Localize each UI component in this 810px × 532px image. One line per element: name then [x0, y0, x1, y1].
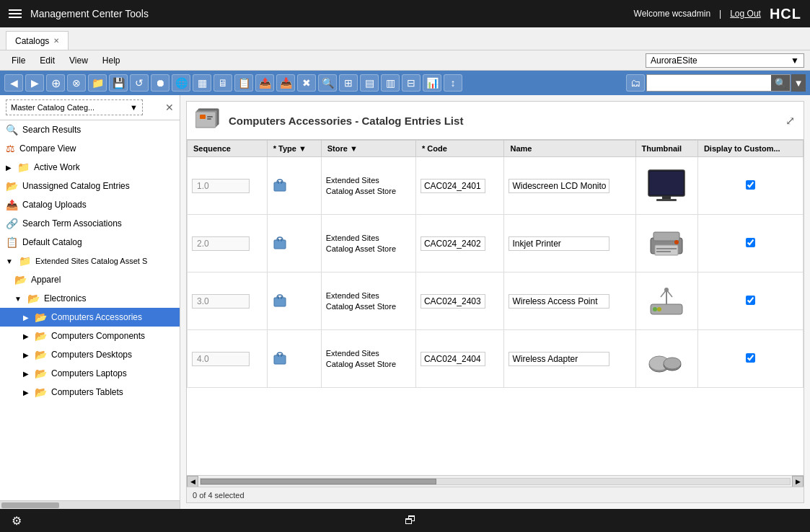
row2-store-cell: Extended SitesCatalog Asset Store — [321, 215, 415, 272]
menu-file[interactable]: File — [6, 53, 31, 68]
store-selector[interactable]: AuroraESite ▼ — [646, 53, 804, 68]
row3-sequence-input[interactable] — [192, 294, 250, 309]
menu-view[interactable]: View — [63, 53, 94, 68]
row1-sequence-input[interactable] — [192, 179, 250, 193]
sidebar-item-search-term[interactable]: 🔗 Search Term Associations — [0, 214, 180, 233]
row2-display-checkbox[interactable] — [746, 238, 755, 247]
sidebar-item-apparel[interactable]: 📂 Apparel — [0, 270, 180, 289]
toolbar-search-submit[interactable]: 🔍 — [771, 75, 790, 91]
svg-rect-22 — [274, 298, 286, 306]
tab-catalogs-label: Catalogs — [15, 36, 49, 46]
toolbar-layout-btn[interactable]: ⊞ — [339, 74, 358, 92]
toolbar-chart-btn[interactable]: 📊 — [423, 74, 441, 92]
scroll-right-btn[interactable]: ▶ — [792, 476, 804, 487]
sidebar-catalog-dropdown[interactable]: Master Catalog Categ... ▼ — [6, 99, 143, 115]
row4-name-input[interactable] — [509, 352, 609, 366]
toolbar-globe-btn[interactable]: 🌐 — [172, 74, 190, 92]
toolbar-search-dropdown[interactable]: ▼ — [791, 74, 806, 92]
toolbar-table-btn[interactable]: ▤ — [360, 74, 379, 92]
catalog-panel-title-area: Computers Accessories - Catalog Entries … — [195, 107, 463, 133]
row1-thumbnail-icon — [645, 169, 688, 203]
logout-link[interactable]: Log Out — [730, 9, 761, 19]
sidebar-label-electronics: Electronics — [44, 293, 87, 303]
row3-name-input[interactable] — [509, 294, 609, 309]
sidebar-item-computers-components[interactable]: ▶ 📂 Computers Components — [0, 327, 180, 345]
sidebar-item-computers-desktops[interactable]: ▶ 📂 Computers Desktops — [0, 345, 180, 364]
row3-display-checkbox[interactable] — [746, 296, 755, 305]
toolbar-back-btn[interactable]: ◀ — [4, 74, 23, 92]
col-type[interactable]: * Type ▼ — [267, 141, 321, 157]
toolbar-remove-btn[interactable]: ⊗ — [67, 74, 86, 92]
toolbar-catalog-icon-btn[interactable]: 🗂 — [626, 74, 645, 92]
sidebar-item-unassigned[interactable]: 📂 Unassigned Catalog Entries — [0, 177, 180, 195]
row4-thumbnail-icon — [645, 342, 688, 376]
row1-code-input[interactable] — [421, 179, 485, 193]
menu-bar: File Edit View Help AuroraESite ▼ — [0, 50, 810, 71]
hamburger-menu[interactable] — [9, 9, 22, 18]
tablets-folder-icon: 📂 — [35, 386, 47, 398]
sidebar-item-catalog-uploads[interactable]: 📤 Catalog Uploads — [0, 195, 180, 214]
toolbar-refresh-btn[interactable]: ↺ — [130, 74, 149, 92]
toolbar-clipboard-btn[interactable]: 📋 — [234, 74, 253, 92]
col-sequence: Sequence — [188, 141, 268, 157]
toolbar-split-btn[interactable]: ⊟ — [402, 74, 421, 92]
sidebar-item-electronics[interactable]: ▼ 📂 Electronics — [0, 289, 180, 308]
toolbar-upload-btn[interactable]: 📤 — [255, 74, 274, 92]
taskbar-window-icon[interactable]: 🗗 — [405, 514, 416, 527]
toolbar-add-btn[interactable]: ⊕ — [46, 74, 65, 92]
row1-name-input[interactable] — [509, 179, 609, 193]
sidebar-item-search-results[interactable]: 🔍 Search Results — [0, 120, 180, 139]
toolbar-save-btn[interactable]: 💾 — [109, 74, 128, 92]
search-icon: 🔍 — [6, 124, 18, 136]
row4-display-checkbox[interactable] — [746, 353, 755, 363]
scroll-track[interactable] — [200, 478, 791, 485]
toolbar-search-box: 🔍 — [646, 74, 791, 92]
scroll-thumb[interactable] — [201, 479, 436, 484]
row2-sequence-input[interactable] — [192, 236, 250, 251]
toolbar-expand-btn[interactable]: ↕ — [444, 74, 462, 92]
row4-code-input[interactable] — [421, 352, 485, 366]
toolbar-forward-btn[interactable]: ▶ — [25, 74, 44, 92]
sidebar-item-computers-accessories[interactable]: ▶ 📂 Computers Accessories — [0, 308, 180, 327]
row3-code-input[interactable] — [421, 294, 485, 309]
sidebar: Master Catalog Categ... ▼ ✕ 🔍 Search Res… — [0, 95, 180, 509]
chevron-right-icon6: ▶ — [23, 389, 29, 396]
row2-name-input[interactable] — [509, 236, 609, 251]
row2-name-cell — [504, 215, 635, 272]
sidebar-hscrollbar[interactable] — [0, 500, 180, 509]
toolbar-record-btn[interactable]: ⏺ — [151, 74, 170, 92]
taskbar-start-icon[interactable]: ⚙ — [12, 514, 22, 528]
sidebar-label-computers-components: Computers Components — [51, 331, 145, 341]
toolbar-columns-btn[interactable]: ▥ — [381, 74, 400, 92]
svg-rect-23 — [278, 296, 279, 299]
expand-panel-icon[interactable]: ⤢ — [785, 114, 795, 128]
scroll-left-btn[interactable]: ◀ — [187, 476, 198, 487]
row4-sequence-input[interactable] — [192, 352, 250, 366]
sidebar-item-computers-tablets[interactable]: ▶ 📂 Computers Tablets — [0, 383, 180, 402]
sidebar-item-compare-view[interactable]: ⚖ Compare View — [0, 139, 180, 158]
toolbar-folder-btn[interactable]: 📁 — [88, 74, 107, 92]
sidebar-item-default-catalog[interactable]: 📋 Default Catalog — [0, 233, 180, 252]
chevron-down-icon: ▼ — [6, 257, 13, 265]
sidebar-item-extended-sites[interactable]: ▼ 📁 Extended Sites Catalog Asset S — [0, 252, 180, 270]
row4-store-cell: Extended SitesCatalog Asset Store — [321, 330, 415, 388]
sidebar-item-computers-laptops[interactable]: ▶ 📂 Computers Laptops — [0, 364, 180, 383]
row2-code-input[interactable] — [421, 236, 485, 251]
toolbar-grid-btn[interactable]: ▦ — [193, 74, 211, 92]
tab-catalogs[interactable]: Catalogs ✕ — [6, 31, 69, 50]
toolbar-monitor-btn[interactable]: 🖥 — [213, 74, 232, 92]
row2-thumbnail-icon — [645, 226, 688, 261]
sidebar-hscrollbar-thumb[interactable] — [1, 502, 59, 508]
col-store[interactable]: Store ▼ — [321, 141, 415, 157]
menu-edit[interactable]: Edit — [34, 53, 61, 68]
tab-close-icon[interactable]: ✕ — [53, 37, 59, 45]
toolbar-close-btn[interactable]: ✖ — [297, 74, 316, 92]
tab-bar: Catalogs ✕ — [0, 27, 810, 50]
row1-display-checkbox[interactable] — [746, 180, 755, 190]
toolbar-download-btn[interactable]: 📥 — [276, 74, 295, 92]
toolbar-search-input[interactable] — [647, 75, 771, 91]
sidebar-close-btn[interactable]: ✕ — [165, 102, 174, 113]
sidebar-item-active-work[interactable]: ▶ 📁 Active Work — [0, 158, 180, 177]
menu-help[interactable]: Help — [97, 53, 126, 68]
toolbar-search-btn[interactable]: 🔍 — [318, 74, 337, 92]
